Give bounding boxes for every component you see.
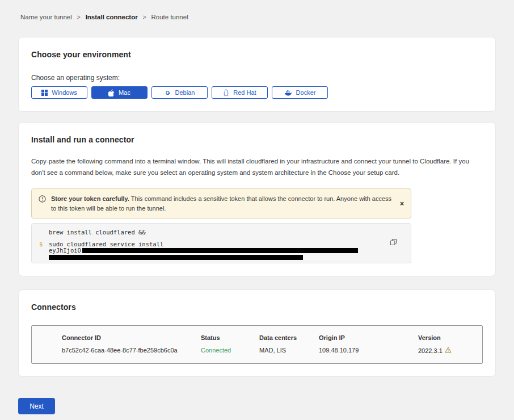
warning-triangle-icon: [445, 347, 452, 354]
warning-text-bold: Store your token carefully.: [51, 195, 129, 202]
apple-icon: [108, 89, 115, 96]
code-line-token: eyJhIjoiO: [49, 247, 403, 254]
redacted-token-bar: [82, 248, 358, 253]
breadcrumb-install-connector[interactable]: Install connector: [86, 14, 138, 20]
breadcrumb-name-your-tunnel[interactable]: Name your tunnel: [20, 14, 72, 20]
origin-ip-value: 109.48.10.179: [319, 347, 418, 354]
token-prefix: eyJhIjoiO: [49, 247, 81, 254]
os-button-label: Red Hat: [233, 89, 256, 96]
col-header-version: Version: [418, 334, 482, 341]
breadcrumb: Name your tunnel > Install connector > R…: [0, 0, 514, 20]
code-line-brew: brew install cloudflared &&: [49, 229, 403, 236]
breadcrumb-route-tunnel[interactable]: Route tunnel: [151, 14, 188, 20]
version-value: 2022.3.1: [418, 347, 482, 354]
os-button-label: Debian: [175, 89, 195, 96]
connectors-table: Connector ID Status Data centers Origin …: [31, 325, 483, 364]
windows-icon: [41, 90, 48, 96]
os-button-windows[interactable]: Windows: [31, 86, 87, 99]
shell-prompt: $: [39, 241, 43, 247]
install-description: Copy-paste the following command into a …: [31, 156, 483, 178]
environment-card-title: Choose your environment: [31, 50, 483, 59]
debian-icon: [165, 89, 171, 96]
breadcrumb-separator: >: [77, 14, 81, 20]
redacted-token-bar: [49, 255, 303, 260]
os-button-docker[interactable]: Docker: [272, 86, 328, 99]
data-centers-value: MAD, LIS: [259, 347, 319, 354]
close-icon[interactable]: ×: [400, 200, 404, 208]
docker-whale-icon: [284, 90, 292, 96]
warning-text: Store your token carefully. This command…: [51, 194, 391, 213]
os-button-row: Windows Mac Debian Red Hat Docker: [31, 86, 483, 99]
status-badge: Connected: [201, 347, 259, 354]
install-command-code-block: brew install cloudflared && $ sudo cloud…: [31, 223, 411, 263]
col-header-status: Status: [201, 334, 259, 341]
connectors-card-title: Connectors: [31, 303, 483, 312]
choose-environment-card: Choose your environment Choose an operat…: [18, 37, 496, 112]
col-header-connector-id: Connector ID: [62, 334, 201, 341]
col-header-data-centers: Data centers: [259, 334, 319, 341]
os-button-label: Windows: [52, 89, 77, 96]
install-connector-card: Install and run a connector Copy-paste t…: [18, 122, 496, 276]
connector-id-value: b7c52c42-6caa-48ee-8c77-fbe259cb6c0a: [62, 347, 201, 354]
breadcrumb-separator: >: [143, 14, 146, 20]
install-card-title: Install and run a connector: [31, 135, 483, 144]
os-select-label: Choose an operating system:: [31, 74, 483, 82]
copy-icon[interactable]: [390, 238, 397, 247]
alert-circle-icon: [39, 195, 46, 213]
token-warning-banner: Store your token carefully. This command…: [31, 188, 411, 219]
code-line-sudo: sudo cloudflared service install: [49, 241, 403, 247]
redhat-penguin-icon: [223, 89, 229, 96]
connectors-table-header: Connector ID Status Data centers Origin …: [32, 334, 482, 341]
os-button-redhat[interactable]: Red Hat: [212, 86, 268, 99]
os-button-label: Mac: [119, 89, 130, 96]
os-button-label: Docker: [296, 89, 316, 96]
os-button-mac[interactable]: Mac: [91, 86, 148, 99]
table-row: b7c52c42-6caa-48ee-8c77-fbe259cb6c0a Con…: [32, 347, 482, 354]
connectors-card: Connectors Connector ID Status Data cent…: [18, 289, 496, 377]
version-number: 2022.3.1: [418, 347, 443, 354]
col-header-origin-ip: Origin IP: [319, 334, 418, 341]
os-button-debian[interactable]: Debian: [151, 86, 208, 99]
next-button[interactable]: Next: [18, 398, 55, 414]
